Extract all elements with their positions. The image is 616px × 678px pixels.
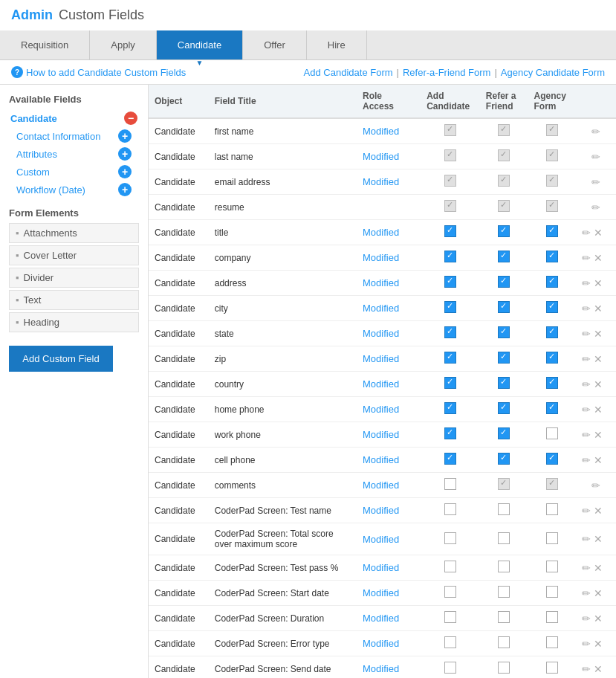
delete-icon[interactable]: ✕ (594, 505, 603, 517)
tab-hire[interactable]: Hire (307, 30, 367, 59)
role-access-link[interactable]: Modified (363, 252, 399, 263)
role-access-link[interactable]: Modified (363, 480, 399, 491)
role-access-link[interactable]: Modified (363, 505, 399, 516)
custom-plus-icon[interactable]: + (118, 165, 132, 178)
sidebar-item-attributes[interactable]: Attributes + (9, 145, 139, 163)
cell-role-access: Modified (357, 422, 421, 448)
contact-plus-icon[interactable]: + (118, 129, 132, 143)
role-access-link[interactable]: Modified (363, 404, 399, 415)
cell-actions: ✏✕ (576, 581, 616, 606)
cell-add-candidate (421, 498, 480, 523)
role-access-link[interactable]: Modified (363, 151, 399, 162)
cell-agency-form (528, 170, 576, 195)
role-access-link[interactable]: Modified (363, 328, 399, 339)
tab-requisition[interactable]: Requisition (0, 30, 90, 59)
form-element-divider[interactable]: Divider (9, 268, 139, 288)
edit-icon[interactable]: ✏ (582, 277, 591, 289)
cell-agency-form (528, 144, 576, 170)
admin-link[interactable]: Admin (11, 7, 53, 23)
delete-icon[interactable]: ✕ (594, 404, 603, 416)
cell-field-title: cell phone (209, 448, 357, 473)
edit-icon[interactable]: ✏ (582, 587, 591, 599)
edit-icon[interactable]: ✏ (591, 151, 600, 163)
role-access-link[interactable]: Modified (363, 227, 399, 238)
cell-agency-form (528, 195, 576, 220)
edit-icon[interactable]: ✏ (582, 454, 591, 466)
help-link[interactable]: How to add Candidate Custom Fields (26, 67, 186, 78)
form-element-attachments[interactable]: Attachments (9, 223, 139, 243)
edit-icon[interactable]: ✏ (582, 303, 591, 314)
edit-icon[interactable]: ✏ (582, 328, 591, 340)
edit-icon[interactable]: ✏ (582, 353, 591, 365)
edit-icon[interactable]: ✏ (582, 429, 591, 441)
delete-icon[interactable]: ✕ (594, 533, 603, 545)
add-custom-field-button[interactable]: Add Custom Field (9, 346, 113, 372)
delete-icon[interactable]: ✕ (594, 353, 603, 365)
sidebar-item-workflow[interactable]: Workflow (Date) + (9, 181, 139, 198)
edit-icon[interactable]: ✏ (591, 126, 600, 138)
role-access-link[interactable]: Modified (363, 534, 399, 545)
edit-icon[interactable]: ✏ (591, 201, 600, 213)
tab-candidate[interactable]: Candidate (157, 30, 243, 59)
delete-icon[interactable]: ✕ (594, 378, 603, 390)
edit-icon[interactable]: ✏ (582, 533, 591, 545)
role-access-link[interactable]: Modified (363, 378, 399, 390)
delete-icon[interactable]: ✕ (594, 328, 603, 340)
edit-icon[interactable]: ✏ (582, 562, 591, 574)
role-access-link[interactable]: Modified (363, 638, 399, 649)
cell-agency-form (528, 271, 576, 296)
role-access-link[interactable]: Modified (363, 353, 399, 364)
delete-icon[interactable]: ✕ (594, 587, 603, 599)
workflow-plus-icon[interactable]: + (118, 183, 132, 196)
form-element-heading[interactable]: Heading (9, 312, 139, 332)
tab-apply[interactable]: Apply (90, 30, 157, 59)
table-row: Candidate comments Modified ✏ (149, 473, 616, 498)
edit-icon[interactable]: ✏ (582, 613, 591, 624)
delete-icon[interactable]: ✕ (594, 613, 603, 624)
edit-icon[interactable]: ✏ (582, 252, 591, 264)
form-element-text[interactable]: Text (9, 290, 139, 310)
delete-icon[interactable]: ✕ (594, 277, 603, 289)
form-element-cover-letter[interactable]: Cover Letter (9, 245, 139, 265)
cell-object: Candidate (149, 631, 209, 656)
delete-icon[interactable]: ✕ (594, 562, 603, 574)
edit-icon[interactable]: ✏ (582, 663, 591, 675)
delete-icon[interactable]: ✕ (594, 663, 603, 675)
delete-icon[interactable]: ✕ (594, 227, 603, 239)
role-access-link[interactable]: Modified (363, 562, 399, 573)
edit-icon[interactable]: ✏ (591, 176, 600, 188)
tab-offer[interactable]: Offer (243, 30, 307, 59)
cell-actions: ✏✕ (576, 346, 616, 372)
add-candidate-form-link[interactable]: Add Candidate Form (304, 67, 393, 78)
delete-icon[interactable]: ✕ (594, 454, 603, 466)
cell-role-access: Modified (357, 118, 421, 144)
edit-icon[interactable]: ✏ (582, 505, 591, 517)
attributes-plus-icon[interactable]: + (118, 147, 132, 161)
edit-icon[interactable]: ✏ (582, 227, 591, 239)
main-layout: Available Fields Candidate − Contact Inf… (0, 85, 616, 678)
role-access-link[interactable]: Modified (363, 454, 399, 465)
delete-icon[interactable]: ✕ (594, 429, 603, 441)
role-access-link[interactable]: Modified (363, 303, 399, 314)
delete-icon[interactable]: ✕ (594, 252, 603, 264)
role-access-link[interactable]: Modified (363, 587, 399, 598)
candidate-minus-icon[interactable]: − (124, 112, 137, 125)
edit-icon[interactable]: ✏ (591, 480, 600, 491)
role-access-link[interactable]: Modified (363, 277, 399, 288)
refer-friend-form-link[interactable]: Refer-a-Friend Form (403, 67, 490, 78)
role-access-link[interactable]: Modified (363, 176, 399, 187)
sidebar-item-candidate[interactable]: Candidate − (9, 109, 139, 127)
sidebar-item-contact[interactable]: Contact Information + (9, 127, 139, 145)
delete-icon[interactable]: ✕ (594, 303, 603, 314)
role-access-link[interactable]: Modified (363, 663, 399, 674)
edit-icon[interactable]: ✏ (582, 378, 591, 390)
sidebar-item-custom[interactable]: Custom + (9, 163, 139, 181)
agency-candidate-form-link[interactable]: Agency Candidate Form (501, 67, 605, 78)
cell-object: Candidate (149, 397, 209, 422)
edit-icon[interactable]: ✏ (582, 638, 591, 650)
delete-icon[interactable]: ✕ (594, 638, 603, 650)
role-access-link[interactable]: Modified (363, 613, 399, 624)
edit-icon[interactable]: ✏ (582, 404, 591, 416)
role-access-link[interactable]: Modified (363, 429, 399, 440)
role-access-link[interactable]: Modified (363, 126, 399, 137)
